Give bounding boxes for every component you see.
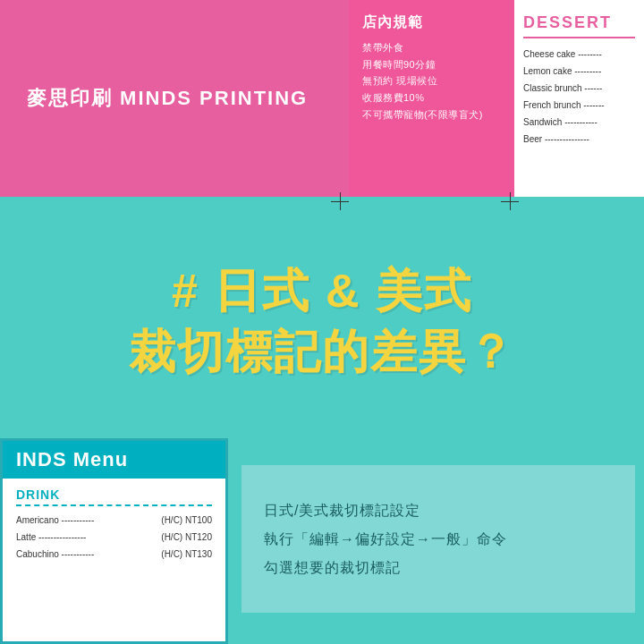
drink-detail: (H/C) NT130	[161, 546, 212, 563]
headline-line2: 裁切標記的差異？	[129, 322, 515, 383]
dessert-item: Beer ---------------	[523, 131, 635, 148]
info-line-2: 執行「編輯→偏好設定→一般」命令	[264, 525, 613, 554]
drink-detail: (H/C) NT120	[161, 529, 212, 546]
dessert-title: DESSERT	[523, 13, 635, 38]
drink-item: Latte ---------------- (H/C) NT120	[16, 529, 212, 546]
crosshair-top-right	[501, 192, 519, 210]
headline: # 日式 & 美式 裁切標記的差異？	[129, 261, 515, 382]
rule-item: 無預約 現場候位	[362, 72, 501, 89]
dessert-item: French brunch -------	[523, 97, 635, 114]
menu-card: INDS Menu DRINK Americano ----------- (H…	[0, 438, 228, 644]
dessert-list: Cheese cake -------- Lemon cake --------…	[523, 46, 635, 148]
menu-header: INDS Menu	[3, 441, 225, 479]
drink-section: DRINK Americano ----------- (H/C) NT100 …	[3, 479, 225, 572]
info-line-1: 日式/美式裁切標記設定	[264, 496, 613, 525]
brand-title: 麥思印刷 MINDS PRINTING	[27, 85, 322, 112]
drink-item: Cabuchino ----------- (H/C) NT130	[16, 546, 212, 563]
rule-item: 用餐時間90分鐘	[362, 56, 501, 73]
rule-item: 不可攜帶寵物(不限導盲犬)	[362, 106, 501, 123]
crosshair-top-left	[331, 192, 349, 210]
rule-item: 收服務費10%	[362, 89, 501, 106]
drink-name: Cabuchino -----------	[16, 546, 94, 563]
drink-item: Americano ----------- (H/C) NT100	[16, 512, 212, 529]
headline-area: # 日式 & 美式 裁切標記的差異？	[0, 197, 644, 447]
info-text: 日式/美式裁切標記設定 執行「編輯→偏好設定→一般」命令 勾選想要的裁切標記	[264, 496, 613, 582]
dessert-item: Lemon cake ---------	[523, 63, 635, 80]
rules-list: 禁帶外食 用餐時間90分鐘 無預約 現場候位 收服務費10% 不可攜帶寵物(不限…	[362, 39, 501, 123]
drink-title: DRINK	[16, 487, 212, 506]
rules-panel: 店內規範 禁帶外食 用餐時間90分鐘 無預約 現場候位 收服務費10% 不可攜帶…	[349, 0, 514, 197]
drink-name: Americano -----------	[16, 512, 94, 529]
rule-item: 禁帶外食	[362, 39, 501, 56]
dessert-item: Cheese cake --------	[523, 46, 635, 63]
dessert-item: Sandwich -----------	[523, 114, 635, 131]
dessert-panel: DESSERT Cheese cake -------- Lemon cake …	[514, 0, 644, 197]
drink-name: Latte ----------------	[16, 529, 86, 546]
drink-list: Americano ----------- (H/C) NT100 Latte …	[16, 512, 212, 563]
info-line-3: 勾選想要的裁切標記	[264, 554, 613, 582]
rules-title: 店內規範	[362, 13, 501, 32]
drink-detail: (H/C) NT100	[161, 512, 212, 529]
dessert-item: Classic brunch ------	[523, 80, 635, 97]
info-box: 日式/美式裁切標記設定 執行「編輯→偏好設定→一般」命令 勾選想要的裁切標記	[242, 465, 635, 613]
brand-area: 麥思印刷 MINDS PRINTING	[0, 0, 349, 197]
headline-line1: # 日式 & 美式	[129, 261, 515, 322]
